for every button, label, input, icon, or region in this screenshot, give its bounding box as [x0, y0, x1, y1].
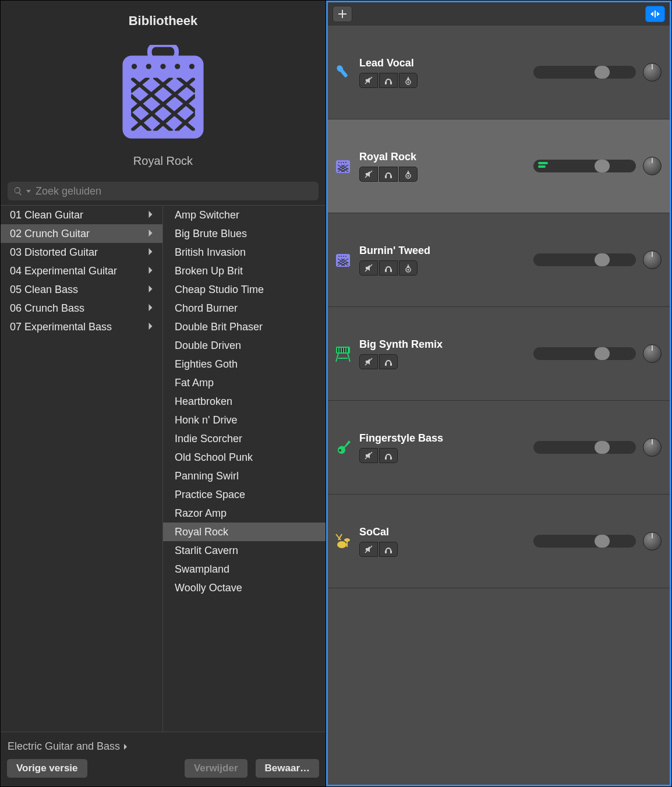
preset-row[interactable]: Fat Amp [163, 373, 326, 392]
mute-button[interactable] [359, 73, 378, 88]
preset-row[interactable]: Eighties Goth [163, 355, 326, 373]
preset-list[interactable]: Amp SwitcherBig Brute BluesBritish Invas… [163, 206, 326, 732]
svg-point-67 [339, 449, 341, 451]
solo-button[interactable] [379, 354, 398, 369]
svg-rect-18 [655, 10, 656, 17]
svg-rect-73 [346, 540, 348, 547]
search-input[interactable] [34, 185, 313, 198]
solo-button[interactable] [379, 542, 398, 557]
preset-row[interactable]: Old School Punk [163, 448, 326, 467]
amp-icon [116, 45, 210, 144]
search-filter-caret-icon[interactable] [26, 190, 31, 193]
mute-button[interactable] [359, 354, 378, 369]
preset-row[interactable]: British Invasion [163, 243, 326, 262]
track-row[interactable]: Big Synth Remix [328, 307, 670, 401]
mute-button[interactable] [359, 542, 378, 557]
volume-slider[interactable] [533, 253, 636, 266]
preset-row[interactable]: Double Brit Phaser [163, 317, 326, 336]
save-button[interactable]: Bewaar… [255, 758, 320, 778]
add-track-button[interactable] [333, 6, 352, 22]
category-label: 06 Crunch Bass [10, 302, 148, 315]
track-row[interactable]: Lead Vocal [328, 26, 670, 119]
pan-knob[interactable] [643, 250, 662, 269]
volume-slider[interactable] [533, 441, 636, 454]
chevron-right-icon [148, 228, 153, 240]
mute-button[interactable] [359, 260, 378, 276]
svg-point-51 [343, 256, 344, 257]
solo-button[interactable] [379, 167, 398, 182]
svg-point-36 [345, 162, 346, 163]
preset-row[interactable]: Cheap Studio Time [163, 280, 326, 299]
category-label: 01 Clean Guitar [10, 209, 148, 221]
svg-rect-63 [346, 348, 348, 352]
library-title: Bibliotheek [1, 1, 326, 34]
preset-row[interactable]: Honk n' Drive [163, 411, 326, 429]
volume-slider[interactable] [533, 347, 636, 360]
track-row[interactable]: Royal Rock [328, 119, 670, 213]
preset-row[interactable]: Woolly Octave [163, 578, 326, 597]
search-field[interactable] [8, 182, 319, 200]
category-row[interactable]: 04 Experimental Guitar [1, 262, 162, 280]
preset-row[interactable]: Chord Burner [163, 299, 326, 317]
chevron-right-icon [148, 302, 153, 315]
solo-button[interactable] [379, 448, 398, 463]
pan-knob[interactable] [643, 438, 662, 457]
svg-rect-55 [390, 269, 392, 272]
mute-button[interactable] [359, 448, 378, 463]
amp-icon [333, 249, 353, 270]
category-row[interactable]: 07 Experimental Bass [1, 317, 162, 336]
preset-row[interactable]: Practice Space [163, 485, 326, 504]
track-row[interactable]: SoCal [328, 495, 670, 588]
svg-rect-38 [385, 175, 387, 178]
input-monitor-button[interactable] [399, 260, 418, 276]
preset-row[interactable]: Broken Up Brit [163, 262, 326, 280]
chevron-right-icon [148, 321, 153, 333]
category-row[interactable]: 03 Distorted Guitar [1, 243, 162, 262]
category-label: 03 Distorted Guitar [10, 246, 148, 259]
preset-row[interactable]: Big Brute Blues [163, 224, 326, 243]
category-row[interactable]: 05 Clean Bass [1, 280, 162, 299]
breadcrumb[interactable]: Electric Guitar and Bass [6, 737, 320, 758]
preset-row[interactable]: Royal Rock [163, 523, 326, 541]
preset-row[interactable]: Heartbroken [163, 392, 326, 411]
svg-point-4 [160, 63, 165, 69]
pan-knob[interactable] [643, 344, 662, 363]
track-name: SoCal [359, 526, 398, 538]
category-row[interactable]: 06 Crunch Bass [1, 299, 162, 317]
catch-playhead-button[interactable] [645, 6, 665, 22]
preset-row[interactable]: Double Driven [163, 336, 326, 355]
svg-point-71 [337, 541, 346, 548]
svg-rect-70 [390, 457, 392, 460]
volume-slider[interactable] [533, 535, 636, 548]
input-monitor-button[interactable] [399, 167, 418, 182]
pan-knob[interactable] [643, 157, 662, 175]
track-row[interactable]: Burnin' Tweed [328, 213, 670, 307]
previous-version-button[interactable]: Vorige versie [6, 758, 88, 778]
pan-knob[interactable] [643, 532, 662, 550]
solo-button[interactable] [379, 73, 398, 88]
preset-row[interactable]: Indie Scorcher [163, 429, 326, 448]
svg-point-57 [408, 269, 409, 270]
track-row[interactable]: Fingerstyle Bass [328, 401, 670, 495]
pan-knob[interactable] [643, 63, 662, 82]
preset-row[interactable]: Amp Switcher [163, 206, 326, 224]
svg-rect-78 [390, 550, 392, 553]
delete-button[interactable]: Verwijder [184, 758, 248, 778]
preset-row[interactable]: Panning Swirl [163, 467, 326, 485]
category-label: 02 Crunch Guitar [10, 228, 148, 240]
mute-button[interactable] [359, 167, 378, 182]
category-list[interactable]: 01 Clean Guitar 02 Crunch Guitar 03 Dist… [1, 206, 163, 732]
category-row[interactable]: 02 Crunch Guitar [1, 224, 162, 243]
category-row[interactable]: 01 Clean Guitar [1, 206, 162, 224]
svg-rect-60 [339, 348, 341, 352]
preset-row[interactable]: Starlit Cavern [163, 541, 326, 560]
solo-button[interactable] [379, 260, 398, 276]
chevron-right-icon [148, 265, 153, 277]
preset-row[interactable]: Razor Amp [163, 504, 326, 523]
volume-slider[interactable] [533, 66, 636, 79]
synth-icon [333, 343, 353, 364]
preset-row[interactable]: Swampland [163, 560, 326, 578]
svg-point-6 [189, 63, 194, 69]
input-monitor-button[interactable] [399, 73, 418, 88]
volume-slider[interactable] [533, 160, 636, 172]
